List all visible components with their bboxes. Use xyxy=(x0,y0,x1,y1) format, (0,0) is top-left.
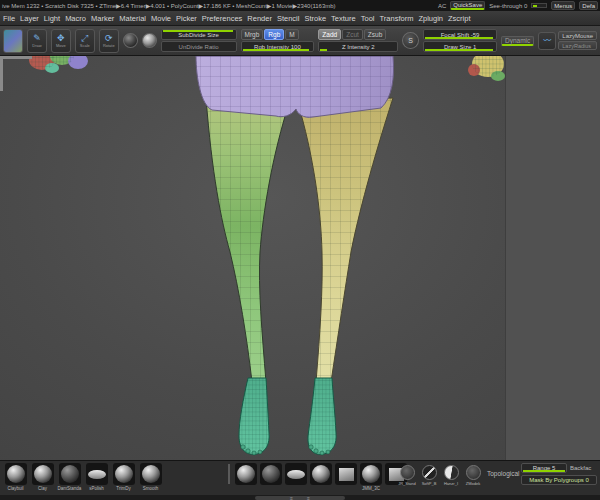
s-curve-icon: S xyxy=(408,37,413,44)
lazymouse-icon-button[interactable]: 〰 xyxy=(538,32,556,50)
ac-indicator: AC xyxy=(438,3,446,9)
topological-button[interactable]: Topological xyxy=(487,470,520,477)
pencil-icon: ✎ xyxy=(33,33,41,43)
lazymouse-wave-icon: 〰 xyxy=(543,36,551,46)
dynamic-button[interactable]: Dynamic xyxy=(501,36,534,46)
sculpt-canvas[interactable] xyxy=(0,56,600,460)
menu-preferences[interactable]: Preferences xyxy=(202,14,242,23)
brush-thumbnail-damstandard[interactable]: DamStanda xyxy=(56,463,83,492)
brush-thumbnail-claybuildup[interactable]: Claybuil xyxy=(2,463,29,492)
brush-thumbnail[interactable] xyxy=(234,463,258,492)
brush-thumbnail-trimdynamic[interactable]: TrimDy xyxy=(110,463,137,492)
see-through-slider[interactable] xyxy=(531,3,547,8)
rotate-button[interactable]: ⟳ Rotate xyxy=(99,29,119,53)
s-curve-dial[interactable]: S xyxy=(402,32,419,49)
status-bar: ive Mem 1232 • Scratch Disk 7325 • ZTime… xyxy=(0,0,600,11)
memory-status-text: ive Mem 1232 • Scratch Disk 7325 • ZTime… xyxy=(2,2,336,9)
scale-button[interactable]: ⤢ Scale xyxy=(75,29,95,53)
z-intensity-slider[interactable]: Z Intensity 2 xyxy=(318,41,398,52)
draw-size-slider[interactable]: Draw Size 1 xyxy=(423,41,497,52)
cube-brush-icon xyxy=(339,468,354,481)
sphere-brush-icon xyxy=(362,465,380,483)
sphere-brush-icon xyxy=(34,465,52,483)
tray-scrollbar[interactable]: ≡ ≡ xyxy=(0,495,600,500)
tool-thumbnail-button[interactable] xyxy=(3,29,23,53)
brush-thumbnail-hanzr[interactable]: Hanzr_I xyxy=(442,465,460,487)
rotate-icon: ⟳ xyxy=(105,33,113,43)
brush-thumbnail[interactable] xyxy=(334,463,358,492)
menu-texture[interactable]: Texture xyxy=(331,14,356,23)
brush-thumbnail-jmm[interactable]: JMM_3C xyxy=(359,463,383,492)
round-brush-icon xyxy=(466,465,481,480)
menus-button[interactable]: Menus xyxy=(551,1,575,10)
subdivide-size-slider[interactable]: SubDivide Size xyxy=(161,29,237,40)
brush-thumbnail-zmodeler[interactable]: ZModek xyxy=(464,465,482,487)
current-material-ball[interactable] xyxy=(142,33,157,48)
canvas-h-scrollbar[interactable] xyxy=(0,56,32,59)
brush-thumbnail-jrstand[interactable]: JR_Stand xyxy=(398,465,416,487)
brush-thumbnail-spolish[interactable]: sPolish xyxy=(83,463,110,492)
rgb-intensity-slider[interactable]: Rgb Intensity 100 xyxy=(241,41,315,52)
menu-stroke[interactable]: Stroke xyxy=(304,14,326,23)
menu-zscript[interactable]: Zscript xyxy=(448,14,471,23)
brush-thumbnail-softp[interactable]: SoftP_B xyxy=(420,465,438,487)
move-icon: ✥ xyxy=(57,33,65,43)
model-shorts xyxy=(196,56,394,117)
see-through-slider-label[interactable]: See-through 0 xyxy=(489,3,527,9)
lazymouse-button[interactable]: LazyMouse xyxy=(558,31,597,40)
brush-thumbnail[interactable] xyxy=(284,463,308,492)
draw-button[interactable]: ✎ Draw xyxy=(27,29,47,53)
menu-layer[interactable]: Layer xyxy=(20,14,39,23)
canvas-outer-area[interactable] xyxy=(505,56,600,460)
mask-by-polygroups-slider[interactable]: Mask By Polygroups 0 xyxy=(521,475,597,485)
sphere-brush-icon xyxy=(61,465,79,483)
menu-transform[interactable]: Transform xyxy=(379,14,413,23)
flat-brush-icon xyxy=(287,470,305,479)
menu-tool[interactable]: Tool xyxy=(361,14,375,23)
brush-thumbnail-smooth[interactable]: Smooth xyxy=(137,463,164,492)
zadd-button[interactable]: Zadd xyxy=(318,29,341,40)
model-left-foot xyxy=(239,378,269,455)
undivide-ratio-slider[interactable]: UnDivide Ratio xyxy=(161,41,237,52)
default-zscript-button[interactable]: Defa xyxy=(579,1,598,10)
lazyradius-button[interactable]: LazyRadius xyxy=(558,41,597,50)
menu-file[interactable]: File xyxy=(3,14,15,23)
grip-icon: ≡ xyxy=(307,496,310,500)
tray-scrollbar-handle[interactable]: ≡ ≡ xyxy=(255,496,345,500)
menu-movie[interactable]: Movie xyxy=(151,14,171,23)
brush-tray: Claybuil Clay DamStanda sPolish TrimDy S… xyxy=(0,460,600,495)
model-left-leg xyxy=(206,98,290,382)
model-right-foot xyxy=(308,378,336,455)
sphere-brush-icon xyxy=(237,465,255,483)
quicksave-button[interactable]: QuickSave xyxy=(450,1,485,10)
brush-thumbnail[interactable] xyxy=(309,463,333,492)
menu-material[interactable]: Material xyxy=(119,14,146,23)
brush-thumbnail[interactable] xyxy=(259,463,283,492)
canvas-v-scrollbar[interactable] xyxy=(0,59,3,91)
sphere-brush-icon xyxy=(7,465,25,483)
half-tone-brush-icon xyxy=(444,465,459,480)
menu-render[interactable]: Render xyxy=(247,14,272,23)
menu-zplugin[interactable]: Zplugin xyxy=(418,14,443,23)
scale-icon: ⤢ xyxy=(81,33,88,43)
menu-picker[interactable]: Picker xyxy=(176,14,197,23)
m-button[interactable]: M xyxy=(285,29,298,40)
zbrush-window: ive Mem 1232 • Scratch Disk 7325 • ZTime… xyxy=(0,0,600,500)
menu-stencil[interactable]: Stencil xyxy=(277,14,300,23)
menu-light[interactable]: Light xyxy=(44,14,60,23)
focal-shift-slider[interactable]: Focal Shift -59 xyxy=(423,29,497,40)
flat-brush-icon xyxy=(88,470,106,479)
menu-bar: File Layer Light Macro Marker Material M… xyxy=(0,11,600,26)
menu-macro[interactable]: Macro xyxy=(65,14,86,23)
brush-thumbnail-clay[interactable]: Clay xyxy=(29,463,56,492)
move-button[interactable]: ✥ Move xyxy=(51,29,71,53)
range-slider[interactable]: Range 5 xyxy=(521,463,567,473)
zsub-button[interactable]: Zsub xyxy=(364,29,386,40)
material-picker-ball[interactable] xyxy=(123,33,138,48)
menu-marker[interactable]: Marker xyxy=(91,14,114,23)
backface-button[interactable]: Backfac xyxy=(570,465,598,471)
mrgb-button[interactable]: Mrgb xyxy=(241,29,264,40)
brush-tray-divider[interactable] xyxy=(228,464,230,484)
zcut-button[interactable]: Zcut xyxy=(342,29,363,40)
rgb-button[interactable]: Rgb xyxy=(264,29,284,40)
